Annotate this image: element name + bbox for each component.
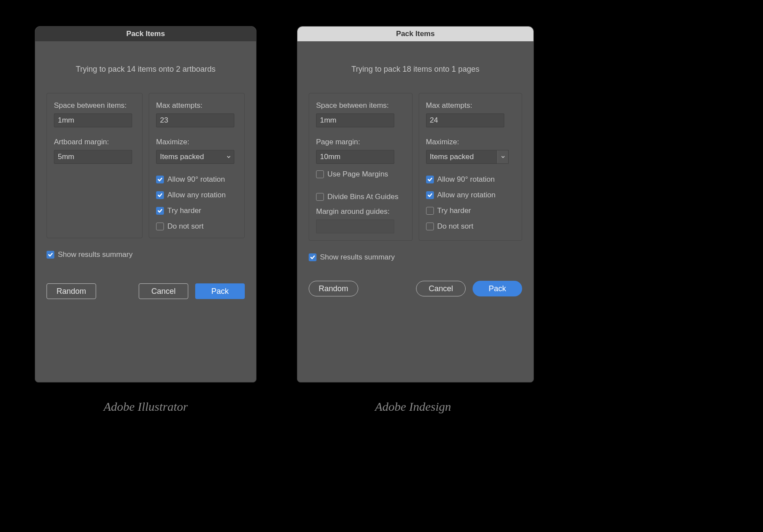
- allow-90-row[interactable]: Allow 90° rotation: [156, 175, 237, 184]
- right-panel: Max attempts: Maximize: Items packed: [419, 93, 523, 241]
- do-not-sort-row[interactable]: Do not sort: [426, 222, 515, 231]
- try-harder-label: Try harder: [167, 206, 201, 215]
- select-dropdown-button[interactable]: [497, 150, 509, 164]
- maximize-value: Items packed: [430, 153, 474, 161]
- allow-90-row[interactable]: Allow 90° rotation: [426, 175, 515, 184]
- chevron-down-icon: [227, 155, 231, 159]
- checkbox-checked-icon: [47, 251, 54, 259]
- show-summary-row[interactable]: Show results summary: [47, 250, 245, 259]
- show-summary-row[interactable]: Show results summary: [309, 253, 522, 262]
- maximize-label: Maximize:: [426, 138, 515, 146]
- indesign-caption: Adobe Indesign: [300, 400, 526, 414]
- show-summary-label: Show results summary: [58, 250, 133, 259]
- space-between-input[interactable]: [54, 113, 132, 127]
- maximize-select[interactable]: Items packed: [426, 150, 509, 164]
- indesign-dialog: Pack Items Trying to pack 18 items onto …: [297, 26, 534, 382]
- do-not-sort-row[interactable]: Do not sort: [156, 222, 237, 231]
- dialog-titlebar: Pack Items: [297, 27, 533, 41]
- divide-bins-label: Divide Bins At Guides: [327, 193, 398, 201]
- try-harder-row[interactable]: Try harder: [156, 206, 237, 215]
- allow-any-row[interactable]: Allow any rotation: [426, 191, 515, 200]
- allow-any-label: Allow any rotation: [437, 191, 496, 200]
- max-attempts-label: Max attempts:: [156, 101, 237, 110]
- space-between-label: Space between items:: [316, 101, 405, 110]
- max-attempts-label: Max attempts:: [426, 101, 515, 110]
- page-margin-input[interactable]: [316, 150, 394, 164]
- checkbox-checked-icon: [156, 191, 164, 199]
- checkbox-checked-icon: [156, 207, 164, 215]
- space-between-input[interactable]: [316, 113, 394, 127]
- chevron-down-icon: [501, 155, 505, 159]
- do-not-sort-label: Do not sort: [437, 222, 473, 231]
- random-button[interactable]: Random: [309, 281, 358, 296]
- random-button[interactable]: Random: [47, 283, 96, 299]
- allow-any-row[interactable]: Allow any rotation: [156, 191, 237, 200]
- checkbox-unchecked-icon: [316, 193, 324, 201]
- use-page-margins-label: Use Page Margins: [327, 170, 388, 179]
- pack-button[interactable]: Pack: [473, 281, 522, 296]
- illustrator-caption: Adobe Illustrator: [33, 400, 259, 414]
- checkbox-checked-icon: [156, 176, 164, 183]
- summary-text: Trying to pack 14 items onto 2 artboards: [47, 65, 245, 74]
- artboard-margin-label: Artboard margin:: [54, 138, 135, 146]
- dialog-titlebar: Pack Items: [35, 27, 256, 41]
- cancel-button[interactable]: Cancel: [139, 283, 188, 299]
- try-harder-label: Try harder: [437, 206, 471, 215]
- artboard-margin-input[interactable]: [54, 150, 132, 164]
- illustrator-dialog: Pack Items Trying to pack 14 items onto …: [35, 26, 257, 382]
- right-panel: Max attempts: Maximize: Items packed: [149, 93, 245, 238]
- cancel-button[interactable]: Cancel: [416, 281, 466, 296]
- max-attempts-input[interactable]: [426, 113, 504, 127]
- maximize-label: Maximize:: [156, 138, 237, 146]
- margin-guides-label: Margin around guides:: [316, 207, 405, 216]
- space-between-label: Space between items:: [54, 101, 135, 110]
- show-summary-label: Show results summary: [320, 253, 395, 262]
- checkbox-unchecked-icon: [426, 207, 434, 215]
- use-page-margins-row[interactable]: Use Page Margins: [316, 170, 405, 179]
- checkbox-unchecked-icon: [316, 170, 324, 178]
- allow-90-label: Allow 90° rotation: [437, 175, 495, 184]
- margin-guides-input[interactable]: [316, 219, 394, 233]
- checkbox-checked-icon: [309, 253, 317, 261]
- page-margin-label: Page margin:: [316, 138, 405, 146]
- allow-90-label: Allow 90° rotation: [167, 175, 225, 184]
- left-panel: Space between items: Page margin: Use Pa…: [309, 93, 413, 241]
- checkbox-unchecked-icon: [156, 223, 164, 230]
- maximize-select[interactable]: Items packed: [156, 150, 234, 164]
- max-attempts-input[interactable]: [156, 113, 234, 127]
- divide-bins-row[interactable]: Divide Bins At Guides: [316, 193, 405, 201]
- allow-any-label: Allow any rotation: [167, 191, 226, 200]
- left-panel: Space between items: Artboard margin:: [47, 93, 143, 238]
- pack-button[interactable]: Pack: [195, 283, 245, 299]
- do-not-sort-label: Do not sort: [167, 222, 203, 231]
- checkbox-checked-icon: [426, 176, 434, 183]
- maximize-value: Items packed: [160, 153, 204, 161]
- checkbox-unchecked-icon: [426, 223, 434, 230]
- try-harder-row[interactable]: Try harder: [426, 206, 515, 215]
- summary-text: Trying to pack 18 items onto 1 pages: [309, 65, 522, 74]
- checkbox-checked-icon: [426, 191, 434, 199]
